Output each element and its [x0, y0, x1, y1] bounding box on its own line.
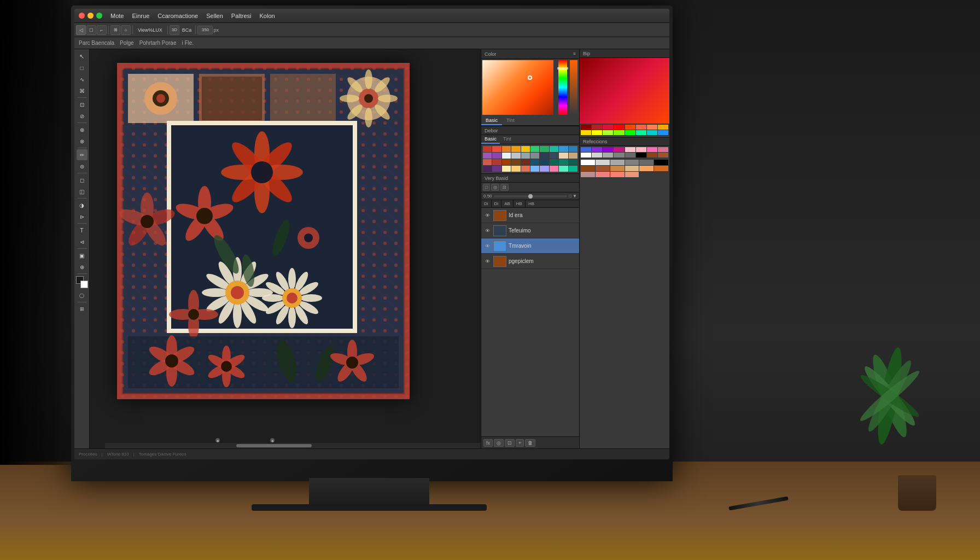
layer-row[interactable]: 👁pgepiclem: [481, 254, 579, 269]
toolbar-select-icon[interactable]: ▢: [86, 25, 96, 35]
far-big-swatch[interactable]: [639, 166, 654, 171]
swatch[interactable]: [550, 166, 558, 172]
tool-brush[interactable]: ✏: [77, 149, 88, 160]
layer-delete[interactable]: 🗑: [525, 439, 535, 447]
layer-new[interactable]: +: [516, 439, 524, 447]
tool-eyedrop[interactable]: ⊕: [77, 124, 88, 135]
swatch[interactable]: [492, 153, 501, 159]
tool-screen-mode[interactable]: ⊞: [77, 304, 88, 314]
tool-lasso[interactable]: ∿: [77, 74, 88, 85]
far-swatch[interactable]: [658, 125, 668, 130]
layer-row[interactable]: 👁Tefeuimo: [481, 223, 579, 238]
swatch[interactable]: [569, 153, 578, 159]
far-big-swatch[interactable]: [581, 172, 595, 177]
far-swatch[interactable]: [636, 125, 646, 130]
swatch[interactable]: [502, 159, 511, 165]
far-swatch-2[interactable]: [647, 147, 657, 152]
tool-shape[interactable]: ▣: [77, 250, 88, 261]
tool-dodge[interactable]: ◑: [77, 200, 88, 211]
swatch[interactable]: [540, 166, 549, 172]
menu-ccaromactione[interactable]: Ccaromactione: [154, 11, 202, 20]
color-tab-tint[interactable]: Tint: [502, 116, 519, 125]
far-swatch[interactable]: [581, 130, 591, 135]
far-big-swatch[interactable]: [581, 160, 595, 165]
far-swatch-2[interactable]: [658, 147, 668, 152]
swatch-tab-other[interactable]: Tint: [500, 135, 515, 144]
tool-zoom[interactable]: ⊕: [77, 261, 88, 272]
swatch[interactable]: [550, 159, 558, 165]
swatch[interactable]: [511, 166, 520, 172]
menu-mote[interactable]: Mote: [107, 11, 127, 20]
swatch[interactable]: [569, 166, 578, 172]
swatch[interactable]: [492, 159, 501, 165]
tool-heal[interactable]: ⊗: [77, 136, 88, 147]
swatch[interactable]: [483, 166, 492, 172]
far-big-swatch[interactable]: [596, 166, 610, 171]
layer-btn-adj[interactable]: ◎: [491, 184, 499, 191]
far-swatch[interactable]: [647, 125, 657, 130]
layer-tab-hb-2[interactable]: HB: [526, 200, 537, 207]
swatch[interactable]: [483, 153, 492, 159]
swatch[interactable]: [530, 146, 539, 152]
tool-slice[interactable]: ⊘: [77, 110, 88, 121]
far-swatch-2[interactable]: [603, 153, 613, 158]
far-big-swatch[interactable]: [654, 166, 668, 171]
swatch[interactable]: [511, 159, 520, 165]
layer-btn-fill[interactable]: □: [483, 184, 490, 191]
far-swatch-2[interactable]: [603, 147, 613, 152]
tool-eraser[interactable]: ◻: [77, 174, 88, 185]
background-color[interactable]: [80, 281, 88, 288]
swatch[interactable]: [502, 166, 511, 172]
toolbar-3d-icon[interactable]: 3D: [170, 25, 179, 35]
layers-list[interactable]: 👁Id era👁Tefeuimo👁Tmravoin👁pgepiclem: [481, 208, 579, 436]
far-big-swatch[interactable]: [610, 166, 625, 171]
swatch[interactable]: [550, 146, 558, 152]
tool-select[interactable]: □: [77, 62, 88, 73]
far-big-swatch[interactable]: [625, 166, 639, 171]
h-scrollbar[interactable]: [105, 443, 481, 448]
alpha-slider[interactable]: [570, 60, 578, 115]
swatch[interactable]: [569, 146, 578, 152]
far-swatch-2[interactable]: [614, 153, 624, 158]
color-swatches[interactable]: [76, 276, 88, 288]
swatch[interactable]: [540, 153, 549, 159]
tool-path[interactable]: ⊲: [77, 236, 88, 247]
swatch[interactable]: [559, 146, 568, 152]
menu-sellen[interactable]: Sellen: [202, 11, 227, 20]
far-swatch[interactable]: [636, 130, 646, 135]
tool-move[interactable]: ↖: [77, 51, 88, 62]
far-swatch-2[interactable]: [581, 153, 591, 158]
far-big-swatch[interactable]: [654, 160, 668, 165]
minimize-button[interactable]: [88, 13, 94, 19]
layer-visibility[interactable]: 👁: [483, 258, 491, 265]
far-swatch[interactable]: [614, 125, 624, 130]
menu-paltresi[interactable]: Paltresi: [228, 11, 255, 20]
layer-btn-group[interactable]: ⊡: [500, 184, 509, 191]
far-swatch-2[interactable]: [592, 153, 602, 158]
far-swatch-2[interactable]: [625, 147, 635, 152]
close-button[interactable]: [79, 13, 85, 19]
toolbar-brush-icon[interactable]: ⌂: [121, 25, 131, 35]
far-swatch-2[interactable]: [647, 153, 657, 158]
layer-tab-di-1[interactable]: Di: [481, 200, 492, 207]
toolbar-crop-icon[interactable]: ⊞: [110, 25, 120, 35]
far-swatch[interactable]: [592, 130, 602, 135]
swatch[interactable]: [559, 153, 568, 159]
swatch[interactable]: [492, 146, 501, 152]
far-big-swatch[interactable]: [596, 172, 610, 177]
far-swatch[interactable]: [581, 125, 591, 130]
color-gradient-main[interactable]: [482, 60, 553, 115]
layer-mode-btn[interactable]: □ ▼: [569, 194, 577, 199]
swatch[interactable]: [530, 159, 539, 165]
swatch[interactable]: [483, 159, 492, 165]
far-swatch[interactable]: [647, 130, 657, 135]
far-swatch[interactable]: [625, 130, 635, 135]
layer-tab-ab[interactable]: AB: [501, 200, 514, 207]
layer-visibility[interactable]: 👁: [483, 227, 491, 235]
far-swatch[interactable]: [592, 125, 602, 130]
toolbar-arrow-icon[interactable]: ◁: [76, 25, 86, 35]
far-swatch[interactable]: [603, 130, 613, 135]
tool-mask[interactable]: ◯: [77, 290, 88, 301]
layer-tab-di-2[interactable]: Di: [492, 200, 502, 207]
maximize-button[interactable]: [96, 13, 102, 19]
